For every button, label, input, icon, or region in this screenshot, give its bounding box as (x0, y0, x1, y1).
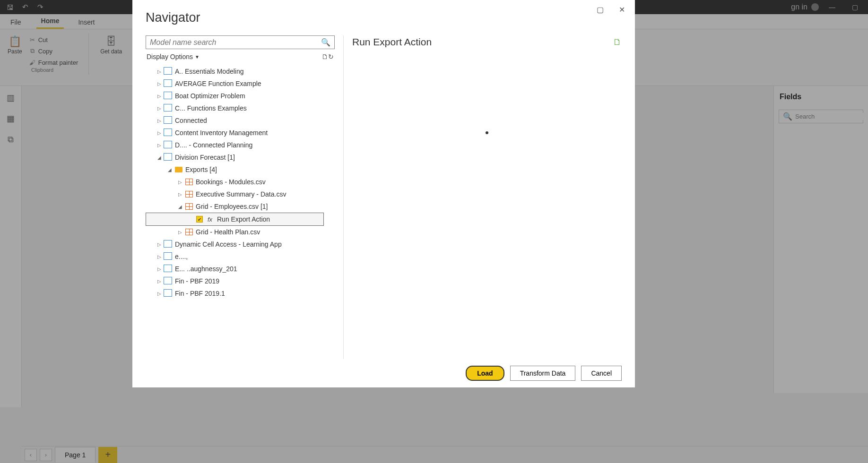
tree-node-label: Executive Summary - Data.csv (196, 190, 286, 198)
model-icon (165, 278, 172, 284)
divider (343, 35, 344, 359)
model-icon (165, 80, 172, 87)
tree-node[interactable]: ▷AVERAGE Function Example (146, 77, 324, 90)
tree-node[interactable]: ◢Division Forecast [1] (146, 151, 324, 163)
expand-icon[interactable]: ▷ (157, 242, 162, 247)
search-icon[interactable]: 🔍 (321, 38, 330, 47)
tree-node-label: Bookings - Modules.csv (196, 178, 266, 186)
expand-icon[interactable]: ▷ (157, 94, 162, 99)
tree-node[interactable]: ▷e...., (146, 250, 324, 263)
checkbox[interactable] (196, 216, 203, 223)
expand-icon[interactable]: ▷ (178, 230, 182, 235)
tree-node[interactable]: ▷Connected (146, 114, 324, 127)
dot-icon (486, 131, 488, 134)
expand-icon[interactable]: ▷ (157, 266, 162, 272)
preview-title: Run Export Action (352, 36, 432, 48)
table-icon (185, 229, 193, 235)
preview-pane: Run Export Action 🗋 (352, 35, 622, 359)
tree-node[interactable]: ▷C... Functions Examples (146, 102, 324, 114)
tree-node[interactable]: ▷E... ..aughnessy_201 (146, 263, 324, 275)
model-icon (165, 266, 172, 272)
table-icon (185, 203, 193, 210)
model-search-box[interactable]: 🔍 (146, 35, 335, 49)
model-icon (165, 93, 172, 99)
tree-node-label: Boat Optimizer Problem (175, 92, 245, 100)
display-options-button[interactable]: Display Options ▼ (147, 53, 200, 60)
dialog-footer: Load Transform Data Cancel (466, 366, 622, 381)
table-icon (185, 191, 193, 197)
tree-node[interactable]: ◢Exports [4] (146, 163, 324, 176)
tree-node[interactable]: ▷Bookings - Modules.csv (146, 176, 324, 188)
tree-node-label: Division Forecast [1] (175, 154, 235, 161)
transform-data-button[interactable]: Transform Data (510, 366, 576, 381)
model-icon (165, 142, 172, 148)
tree-node-label: Grid - Employees.csv [1] (196, 203, 268, 210)
collapse-icon[interactable]: ◢ (167, 167, 172, 172)
chevron-down-icon: ▼ (195, 54, 200, 60)
tree-node[interactable]: ▷Grid - Health Plan.csv (146, 226, 324, 238)
tree-node-label: Exports [4] (185, 166, 217, 173)
tree-node[interactable]: ▷Executive Summary - Data.csv (146, 188, 324, 200)
expand-icon[interactable]: ▷ (157, 69, 162, 74)
fx-icon: fx (206, 216, 214, 223)
tree-node-label: Content Inventory Management (175, 129, 268, 137)
model-icon (165, 105, 172, 111)
expand-icon[interactable]: ▷ (157, 143, 162, 148)
tree-node[interactable]: ▷Boat Optimizer Problem (146, 90, 324, 102)
dialog-restore-icon[interactable]: ▢ (591, 3, 608, 16)
collapse-icon[interactable]: ◢ (157, 155, 162, 160)
expand-icon[interactable]: ▷ (178, 192, 182, 197)
navigator-tree-pane: 🔍 Display Options ▼ 🗋↻ ▷A.. Essentials M… (146, 35, 335, 359)
model-icon (165, 117, 172, 124)
expand-icon[interactable]: ▷ (157, 81, 162, 86)
tree-node[interactable]: ◢Grid - Employees.csv [1] (146, 200, 324, 213)
tree-node-label: E... ..aughnessy_201 (175, 265, 237, 273)
dialog-title: Navigator (132, 0, 635, 29)
tree-node[interactable]: ▷A.. Essentials Modeling (146, 65, 324, 77)
tree-node-label: Connected (175, 117, 207, 124)
model-icon (165, 290, 172, 297)
table-icon (185, 179, 193, 185)
display-options-label: Display Options (147, 53, 193, 60)
expand-icon[interactable]: ▷ (157, 254, 162, 259)
refresh-icon[interactable]: 🗋↻ (321, 53, 334, 60)
tree-node[interactable]: ▷Fin - PBF 2019.1 (146, 287, 324, 300)
tree-node[interactable]: ▷Dynamic Cell Access - Learning App (146, 238, 324, 250)
model-icon (165, 129, 172, 136)
preview-action-icon[interactable]: 🗋 (613, 37, 622, 47)
dialog-close-icon[interactable]: ✕ (613, 3, 630, 16)
cancel-button[interactable]: Cancel (581, 366, 622, 381)
tree-node[interactable]: ▷Fin - PBF 2019 (146, 275, 324, 287)
model-icon (165, 68, 172, 75)
tree-node-label: Fin - PBF 2019 (175, 277, 219, 285)
expand-icon[interactable]: ▷ (157, 130, 162, 136)
tree-node-label: D.... - Connected Planning (175, 141, 252, 149)
expand-icon[interactable]: ▷ (157, 106, 162, 111)
tree-node-label: Fin - PBF 2019.1 (175, 290, 225, 297)
model-search-input[interactable] (150, 38, 321, 47)
tree-node[interactable]: ▷D.... - Connected Planning (146, 139, 324, 151)
model-icon (165, 253, 172, 260)
collapse-icon[interactable]: ◢ (178, 204, 182, 209)
tree-node[interactable]: ▷Content Inventory Management (146, 127, 324, 139)
expand-icon[interactable]: ▷ (157, 279, 162, 284)
folder-icon (175, 167, 182, 172)
tree-node-label: C... Functions Examples (175, 104, 247, 112)
tree-node-label: AVERAGE Function Example (175, 80, 261, 87)
loading-indicator (352, 48, 622, 218)
navigator-dialog: ▢ ✕ Navigator 🔍 Display Options ▼ 🗋↻ ▷A.… (132, 0, 635, 387)
tree-node-label: Run Export Action (217, 215, 270, 223)
tree-node-label: Dynamic Cell Access - Learning App (175, 240, 282, 248)
model-icon (165, 154, 172, 161)
model-icon (165, 241, 172, 248)
expand-icon[interactable]: ▷ (157, 118, 162, 123)
tree-node-label: e...., (175, 253, 188, 260)
load-button[interactable]: Load (466, 366, 504, 381)
tree-node-label: Grid - Health Plan.csv (196, 228, 260, 236)
navigator-tree[interactable]: ▷A.. Essentials Modeling▷AVERAGE Functio… (146, 65, 335, 359)
tree-node[interactable]: fxRun Export Action (146, 213, 324, 226)
expand-icon[interactable]: ▷ (157, 291, 162, 296)
tree-node-label: A.. Essentials Modeling (175, 68, 244, 75)
expand-icon[interactable]: ▷ (178, 180, 182, 185)
